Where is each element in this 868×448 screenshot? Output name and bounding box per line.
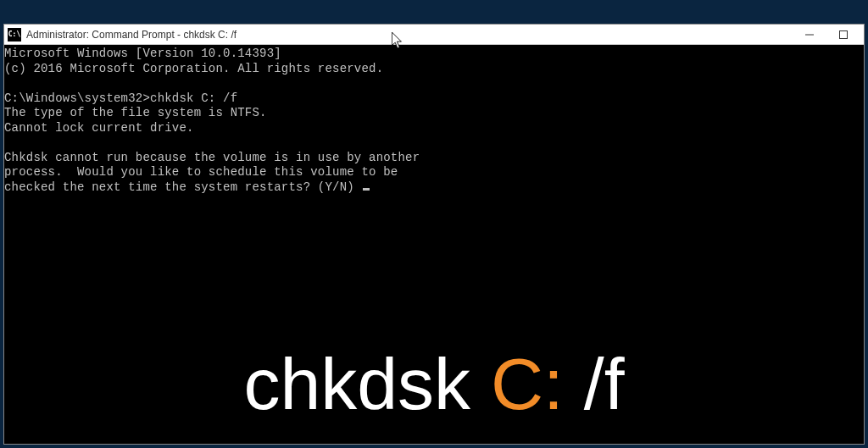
cmd-icon: C:\ <box>8 28 21 41</box>
console-prompt-line: C:\Windows\system32>chkdsk C: /f <box>4 91 237 105</box>
console-line: Chkdsk cannot run because the volume is … <box>4 151 420 164</box>
console-line: Cannot lock current drive. <box>4 121 194 135</box>
overlay-part3: /f <box>564 343 625 424</box>
text-cursor <box>363 188 370 191</box>
overlay-part2-accent: C: <box>491 343 564 424</box>
minimize-button[interactable] <box>793 25 826 44</box>
console-line: checked the next time the system restart… <box>4 180 361 194</box>
console-line: The type of the file system is NTFS. <box>4 106 267 119</box>
console-line: process. Would you like to schedule this… <box>4 165 398 179</box>
window-title: Administrator: Command Prompt - chkdsk C… <box>26 29 793 41</box>
overlay-caption: chkdsk C: /f <box>0 342 868 426</box>
maximize-button[interactable] <box>826 25 860 44</box>
overlay-part1: chkdsk <box>243 343 491 424</box>
window-controls <box>793 25 860 44</box>
console-line: Microsoft Windows [Version 10.0.14393] <box>4 47 281 60</box>
titlebar[interactable]: C:\ Administrator: Command Prompt - chkd… <box>4 25 864 45</box>
console-line: (c) 2016 Microsoft Corporation. All righ… <box>4 62 383 75</box>
svg-rect-1 <box>840 30 848 38</box>
